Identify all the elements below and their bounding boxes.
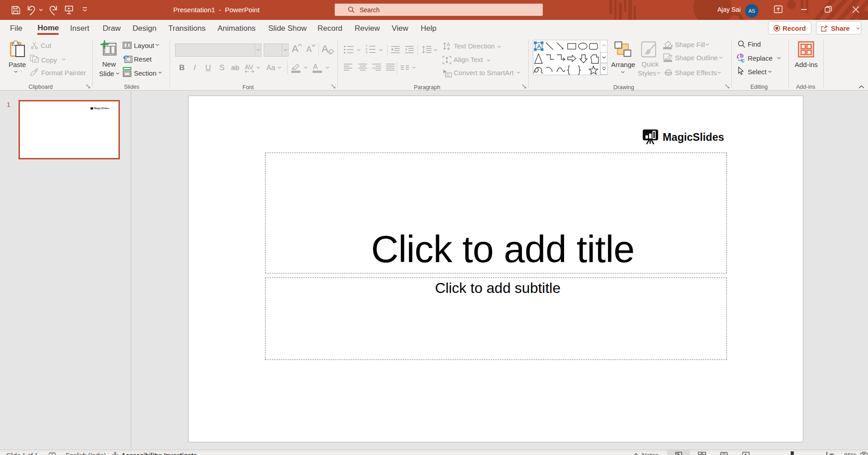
- svg-text:A: A: [447, 42, 451, 47]
- svg-text:A: A: [537, 43, 541, 50]
